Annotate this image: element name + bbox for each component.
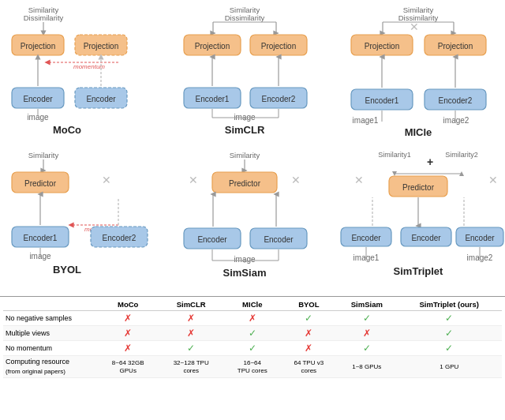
svg-text:Encoder1: Encoder1 bbox=[196, 95, 230, 103]
svg-text:Encoder1: Encoder1 bbox=[24, 234, 58, 242]
svg-text:Similarity: Similarity bbox=[28, 151, 59, 159]
main-container: Similarity Dissimilarity momentum Projec… bbox=[0, 0, 505, 420]
cell: ✗ bbox=[158, 311, 223, 326]
cell: ✗ bbox=[224, 311, 281, 326]
row-label: No negative samples bbox=[3, 311, 98, 326]
svg-text:Projection: Projection bbox=[21, 42, 55, 51]
cell: 1~8 GPUs bbox=[337, 356, 397, 378]
svg-text:SimCLR: SimCLR bbox=[225, 124, 265, 136]
cell: 32~128 TPUcores bbox=[158, 356, 223, 378]
svg-text:Encoder: Encoder bbox=[411, 234, 441, 242]
svg-text:✕: ✕ bbox=[354, 174, 364, 186]
table-row: No momentum ✗ ✓ ✓ ✗ ✓ ✓ bbox=[3, 341, 502, 356]
svg-text:Encoder2: Encoder2 bbox=[103, 234, 137, 242]
cell: ✓ bbox=[397, 311, 502, 326]
micle-svg: Similarity Dissimilarity Projection Proj… bbox=[331, 3, 505, 149]
svg-text:BYOL: BYOL bbox=[53, 264, 81, 276]
svg-text:Projection: Projection bbox=[365, 42, 399, 51]
cell: ✗ bbox=[158, 326, 223, 341]
svg-text:Similarity: Similarity bbox=[230, 151, 260, 159]
simsiam-diagram: Similarity Predictor ✕ ✕ Encoder Encoder… bbox=[166, 150, 331, 296]
cell: 16~64TPU cores bbox=[224, 356, 281, 378]
simtriplet-svg: Similarity1 Similarity2 + ✕ ✕ Predictor bbox=[331, 150, 505, 292]
svg-text:Projection: Projection bbox=[195, 42, 230, 51]
table-row: Multiple views ✗ ✗ ✓ ✗ ✗ ✓ bbox=[3, 326, 502, 341]
cell: ✓ bbox=[397, 326, 502, 341]
table-row: Computing resource(from original papers)… bbox=[3, 356, 502, 378]
cell: ✗ bbox=[337, 326, 397, 341]
svg-text:✕: ✕ bbox=[102, 174, 111, 186]
col-header-moco: MoCo bbox=[98, 298, 158, 311]
svg-text:✕: ✕ bbox=[488, 174, 498, 186]
cell: ✗ bbox=[98, 311, 158, 326]
row-label: Computing resource(from original papers) bbox=[3, 356, 98, 378]
svg-text:Dissimilarity: Dissimilarity bbox=[24, 13, 64, 22]
svg-text:Dissimilarity: Dissimilarity bbox=[225, 13, 265, 22]
svg-text:Similarity1: Similarity1 bbox=[378, 151, 411, 159]
svg-text:SimTriplet: SimTriplet bbox=[394, 265, 444, 277]
cell: ✓ bbox=[224, 341, 281, 356]
svg-text:Projection: Projection bbox=[84, 42, 118, 51]
col-header-simclr: SimCLR bbox=[158, 298, 223, 311]
cell: ✓ bbox=[337, 341, 397, 356]
col-header-simsiam: SimSiam bbox=[337, 298, 397, 311]
cell: ✗ bbox=[98, 341, 158, 356]
moco-diagram: Similarity Dissimilarity momentum Projec… bbox=[0, 3, 166, 150]
cell: ✓ bbox=[281, 311, 337, 326]
moco-svg: Similarity Dissimilarity momentum Projec… bbox=[4, 3, 162, 149]
svg-text:Encoder: Encoder bbox=[86, 95, 116, 103]
col-header-micle: MICle bbox=[224, 298, 281, 311]
col-header-simtriplet: SimTriplet (ours) bbox=[397, 298, 502, 311]
svg-text:✕: ✕ bbox=[291, 174, 301, 186]
cell: ✗ bbox=[281, 326, 337, 341]
svg-text:Similarity2: Similarity2 bbox=[445, 151, 478, 159]
svg-text:MICle: MICle bbox=[405, 126, 432, 138]
svg-text:MoCo: MoCo bbox=[53, 124, 81, 136]
svg-text:Projection: Projection bbox=[438, 42, 473, 51]
svg-text:image2: image2 bbox=[443, 116, 469, 125]
cell: ✓ bbox=[397, 341, 502, 356]
svg-text:momentum: momentum bbox=[73, 63, 105, 70]
comparison-table: MoCo SimCLR MICle BYOL SimSiam SimTriple… bbox=[0, 296, 505, 420]
svg-text:image1: image1 bbox=[353, 116, 379, 125]
svg-text:+: + bbox=[427, 156, 433, 168]
table-row: No negative samples ✗ ✗ ✗ ✓ ✓ ✓ bbox=[3, 311, 502, 326]
byol-diagram: Similarity Predictor ✕ momentum Encoder1… bbox=[0, 150, 166, 296]
svg-text:Projection: Projection bbox=[261, 42, 296, 51]
svg-text:Encoder: Encoder bbox=[465, 234, 495, 242]
svg-text:Encoder2: Encoder2 bbox=[439, 96, 473, 105]
byol-svg: Similarity Predictor ✕ momentum Encoder1… bbox=[4, 150, 162, 292]
svg-text:✕: ✕ bbox=[410, 21, 419, 33]
simsiam-svg: Similarity Predictor ✕ ✕ Encoder Encoder… bbox=[170, 150, 327, 292]
simclr-diagram: Similarity Dissimilarity Projection Proj… bbox=[166, 3, 331, 150]
svg-text:Predictor: Predictor bbox=[229, 179, 261, 188]
simclr-svg: Similarity Dissimilarity Projection Proj… bbox=[170, 3, 327, 149]
cell: 8~64 32GBGPUs bbox=[98, 356, 158, 378]
cell: ✓ bbox=[224, 326, 281, 341]
svg-text:Encoder: Encoder bbox=[264, 235, 294, 244]
micle-diagram: Similarity Dissimilarity Projection Proj… bbox=[331, 3, 505, 150]
col-header-byol: BYOL bbox=[281, 298, 337, 311]
svg-text:Encoder: Encoder bbox=[23, 95, 53, 103]
cell: ✓ bbox=[337, 311, 397, 326]
svg-text:✕: ✕ bbox=[189, 174, 198, 186]
svg-text:Encoder1: Encoder1 bbox=[365, 96, 399, 105]
svg-text:Encoder: Encoder bbox=[351, 234, 381, 242]
svg-text:Encoder: Encoder bbox=[197, 235, 227, 244]
row-label: Multiple views bbox=[3, 326, 98, 341]
cell: 64 TPU v3cores bbox=[281, 356, 337, 378]
cell: 1 GPU bbox=[397, 356, 502, 378]
svg-text:Predictor: Predictor bbox=[402, 183, 435, 192]
cell: ✗ bbox=[281, 341, 337, 356]
cell: ✓ bbox=[158, 341, 223, 356]
simtriplet-diagram: Similarity1 Similarity2 + ✕ ✕ Predictor bbox=[331, 150, 505, 296]
col-header-feature bbox=[3, 298, 98, 311]
row-label: No momentum bbox=[3, 341, 98, 356]
svg-text:SimSiam: SimSiam bbox=[223, 267, 267, 279]
svg-text:Encoder2: Encoder2 bbox=[262, 95, 296, 103]
svg-text:Predictor: Predictor bbox=[24, 179, 57, 188]
cell: ✗ bbox=[98, 326, 158, 341]
